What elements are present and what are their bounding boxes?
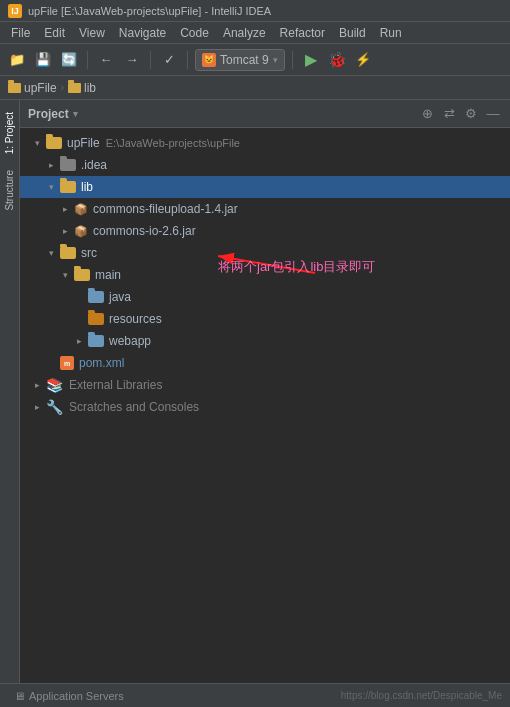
tree-label-lib: lib	[81, 180, 93, 194]
status-url: https://blog.csdn.net/Despicable_Me	[341, 690, 502, 701]
toggle-main-icon	[58, 268, 72, 282]
folder-src-icon	[60, 247, 76, 259]
folder-main-icon	[74, 269, 90, 281]
tree-item-main[interactable]: main	[20, 264, 510, 286]
breadcrumb-lib[interactable]: lib	[68, 81, 96, 95]
tree-item-jar1[interactable]: 📦 commons-fileupload-1.4.jar	[20, 198, 510, 220]
toolbar-sep-1	[87, 51, 88, 69]
breadcrumb: upFile › lib	[0, 76, 510, 100]
menu-bar: File Edit View Navigate Code Analyze Ref…	[0, 22, 510, 44]
panel-header: Project ▾ ⊕ ⇄ ⚙ —	[20, 100, 510, 128]
tree-item-ext-libs[interactable]: 📚 External Libraries	[20, 374, 510, 396]
tree-item-pom[interactable]: m pom.xml	[20, 352, 510, 374]
sync-button[interactable]: 🔄	[58, 49, 80, 71]
panel-title-chevron-icon: ▾	[73, 109, 78, 119]
breadcrumb-lib-label: lib	[84, 81, 96, 95]
tree-item-resources[interactable]: resources	[20, 308, 510, 330]
jar2-icon: 📦	[74, 224, 88, 238]
side-tab-project[interactable]: 1: Project	[1, 104, 18, 162]
toggle-webapp-icon	[72, 334, 86, 348]
menu-refactor[interactable]: Refactor	[273, 22, 332, 43]
scratches-icon: 🔧	[46, 399, 63, 415]
panel-title-text: Project	[28, 107, 69, 121]
run-button[interactable]: ▶	[300, 49, 322, 71]
panel-locate-button[interactable]: ⊕	[418, 105, 436, 123]
toggle-idea-icon	[44, 158, 58, 172]
toolbar-sep-4	[292, 51, 293, 69]
build-button[interactable]: ⚡	[352, 49, 374, 71]
open-button[interactable]: 📁	[6, 49, 28, 71]
tomcat-label: Tomcat 9	[220, 53, 269, 67]
tree-item-jar2[interactable]: 📦 commons-io-2.6.jar	[20, 220, 510, 242]
toggle-ext-libs-icon	[30, 378, 44, 392]
bottom-tab-label: Application Servers	[29, 690, 124, 702]
title-text: upFile [E:\JavaWeb-projects\upFile] - In…	[28, 5, 271, 17]
app-icon: IJ	[8, 4, 22, 18]
menu-run[interactable]: Run	[373, 22, 409, 43]
breadcrumb-separator: ›	[61, 82, 64, 93]
menu-navigate[interactable]: Navigate	[112, 22, 173, 43]
breadcrumb-upfile[interactable]: upFile	[8, 81, 57, 95]
check-button[interactable]: ✓	[158, 49, 180, 71]
application-servers-tab[interactable]: 🖥 Application Servers	[8, 688, 130, 704]
menu-build[interactable]: Build	[332, 22, 373, 43]
tree-item-lib[interactable]: lib	[20, 176, 510, 198]
menu-edit[interactable]: Edit	[37, 22, 72, 43]
toggle-jar1-icon	[58, 202, 72, 216]
ext-libs-icon: 📚	[46, 377, 63, 393]
folder-resources-icon	[88, 313, 104, 325]
panel-settings-button[interactable]: ⚙	[462, 105, 480, 123]
tree-label-java: java	[109, 290, 131, 304]
tree-item-scratches[interactable]: 🔧 Scratches and Consoles	[20, 396, 510, 418]
tree-label-src: src	[81, 246, 97, 260]
folder-idea-icon	[60, 159, 76, 171]
server-icon: 🖥	[14, 690, 25, 702]
debug-button[interactable]: 🐞	[326, 49, 348, 71]
tree-label-webapp: webapp	[109, 334, 151, 348]
breadcrumb-lib-folder-icon	[68, 83, 81, 93]
tree-item-webapp[interactable]: webapp	[20, 330, 510, 352]
folder-webapp-icon	[88, 335, 104, 347]
tree-path-upfile: E:\JavaWeb-projects\upFile	[106, 137, 240, 149]
toggle-jar2-icon	[58, 224, 72, 238]
tomcat-dropdown[interactable]: 🐱 Tomcat 9 ▾	[195, 49, 285, 71]
breadcrumb-folder-icon	[8, 83, 21, 93]
jar1-icon: 📦	[74, 202, 88, 216]
tree-label-scratches: Scratches and Consoles	[69, 400, 199, 414]
panel-title: Project ▾	[28, 107, 78, 121]
main-layout: 1: Project Structure Project ▾ ⊕ ⇄ ⚙ —	[0, 100, 510, 683]
project-tree[interactable]: upFile E:\JavaWeb-projects\upFile .idea …	[20, 128, 510, 683]
tomcat-chevron-icon: ▾	[273, 55, 278, 65]
tomcat-icon: 🐱	[202, 53, 216, 67]
tree-label-jar1: commons-fileupload-1.4.jar	[93, 202, 238, 216]
breadcrumb-upfile-label: upFile	[24, 81, 57, 95]
project-panel: Project ▾ ⊕ ⇄ ⚙ — upFile E:\JavaWeb-proj…	[20, 100, 510, 683]
save-button[interactable]: 💾	[32, 49, 54, 71]
panel-collapse-button[interactable]: ⇄	[440, 105, 458, 123]
back-button[interactable]: ←	[95, 49, 117, 71]
toolbar: 📁 💾 🔄 ← → ✓ 🐱 Tomcat 9 ▾ ▶ 🐞 ⚡	[0, 44, 510, 76]
menu-view[interactable]: View	[72, 22, 112, 43]
tree-item-idea[interactable]: .idea	[20, 154, 510, 176]
panel-hide-button[interactable]: —	[484, 105, 502, 123]
side-tabs: 1: Project Structure	[0, 100, 20, 683]
tree-label-resources: resources	[109, 312, 162, 326]
tree-item-upfile-root[interactable]: upFile E:\JavaWeb-projects\upFile	[20, 132, 510, 154]
title-bar: IJ upFile [E:\JavaWeb-projects\upFile] -…	[0, 0, 510, 22]
pom-xml-icon: m	[60, 356, 74, 370]
tree-item-java[interactable]: java	[20, 286, 510, 308]
tree-label-ext-libs: External Libraries	[69, 378, 162, 392]
toolbar-sep-3	[187, 51, 188, 69]
bottom-bar: 🖥 Application Servers https://blog.csdn.…	[0, 683, 510, 707]
forward-button[interactable]: →	[121, 49, 143, 71]
toggle-src-icon	[44, 246, 58, 260]
folder-lib-icon	[60, 181, 76, 193]
menu-code[interactable]: Code	[173, 22, 216, 43]
tree-item-src[interactable]: src	[20, 242, 510, 264]
side-tab-structure[interactable]: Structure	[1, 162, 18, 219]
menu-analyze[interactable]: Analyze	[216, 22, 273, 43]
tree-label-upfile: upFile	[67, 136, 100, 150]
tree-label-pom: pom.xml	[79, 356, 124, 370]
tree-label-main: main	[95, 268, 121, 282]
menu-file[interactable]: File	[4, 22, 37, 43]
